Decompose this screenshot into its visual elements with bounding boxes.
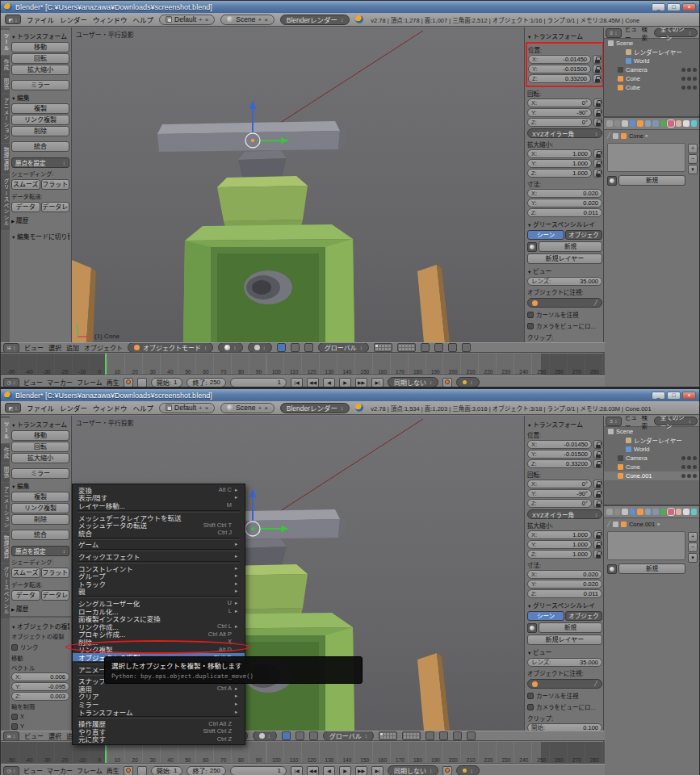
outliner-search-menu[interactable]: 検索 [642,416,651,430]
join-button[interactable]: 統合 [11,141,69,152]
rotation-field[interactable]: X:0° [527,98,592,107]
current-frame-field[interactable]: 1 [230,766,287,775]
block-object[interactable] [238,538,287,568]
manipulator-translate-button[interactable] [282,731,291,740]
tab-grease-pencil[interactable]: グリースペンシル [1,175,10,230]
set-origin-select[interactable]: 原点を設定↕ [11,157,69,168]
orientation-select[interactable]: グローバル↕ [323,731,374,741]
tool-button[interactable]: 拡大縮小 [11,453,69,463]
eye-icon[interactable] [681,456,685,460]
jump-to-start-button[interactable]: |◀ [291,378,303,388]
jump-to-start-button[interactable]: |◀ [291,766,303,775]
auto-keyframe-button[interactable] [124,378,133,388]
base-object[interactable] [183,224,354,342]
render-tab-icon[interactable] [606,509,613,515]
tab-create[interactable]: 作成 [1,444,10,463]
gp-new-layer-button[interactable]: 新規レイヤー [527,635,602,645]
editor-type-button[interactable]: ≡↕ [606,417,622,426]
scale-field[interactable]: Y:1.000 [527,159,592,168]
lock-camera-row[interactable]: カメラをビューにロ... [527,702,602,711]
panel-transform-np[interactable]: トランスフォーム [527,31,602,40]
select-icon[interactable] [687,465,691,469]
panel-edit[interactable]: 編集 [11,93,69,102]
render-engine-select[interactable]: Blenderレンダー↕ [280,15,350,25]
outliner-item-cone[interactable]: Cone [604,74,699,83]
play-reverse-button[interactable]: ◀ [323,378,335,388]
menu-window[interactable]: ウィンドウ [93,403,128,413]
lock-cursor-row[interactable]: カーソルを注視 [527,691,602,700]
eye-icon[interactable] [681,474,685,478]
dimension-field[interactable]: Y:0.020 [527,199,602,207]
material-browse-icon[interactable] [607,176,617,186]
editor-type-button[interactable]: ◷↕ [3,766,19,775]
timeline-marker-menu[interactable]: マーカー [47,378,73,387]
tab-relations[interactable]: 関係 [1,463,10,482]
render-opengl-button[interactable] [448,343,457,352]
lock-icon[interactable] [593,74,601,83]
panel-transform[interactable]: トランスフォーム [11,420,69,429]
previous-keyframe-button[interactable]: ◀◀ [307,378,319,388]
lock-camera-row[interactable]: カメラをビューにロ... [527,321,602,330]
rotation-field[interactable]: Z:0° [527,118,592,127]
data-tab-icon[interactable] [660,509,667,515]
snap-magnet-button[interactable] [425,731,434,740]
tab-grease-pencil[interactable]: グリースペンシル [1,563,10,618]
tool-button[interactable]: 拡大縮小 [11,65,69,75]
clip-field[interactable]: 開始:0.100 [527,723,602,731]
render-icon[interactable] [693,77,697,81]
tab-physics[interactable]: 物理演算 [1,144,10,174]
rotation-field[interactable]: Y:-90° [527,108,592,117]
snap-element-button[interactable] [434,343,443,352]
dimension-field[interactable]: Y:0.020 [527,580,602,589]
orientation-select[interactable]: グローバル↕ [318,342,369,353]
mirror-button[interactable]: ミラー [11,80,69,90]
panel-view[interactable]: ビュー [527,266,602,275]
join-button[interactable]: 統合 [11,530,69,540]
add-slot-button[interactable]: + [688,532,698,542]
world-tab-icon[interactable] [630,509,636,515]
frame-start-field[interactable]: 開始:1 [151,766,183,775]
lock-icon[interactable] [593,530,602,539]
manipulator-scale-button[interactable] [304,343,313,352]
physics-tab-icon[interactable] [691,509,698,515]
eye-icon[interactable] [681,86,685,90]
panel-transform[interactable]: トランスフォーム [11,31,69,40]
context-menu-item[interactable]: ゲーム ▸ [73,541,245,549]
outliner-item-world[interactable]: World [604,445,699,454]
viewport-shading-select[interactable]: ↕ [218,342,242,353]
panel-transform-np[interactable]: トランスフォーム [527,420,602,429]
outliner-item-world[interactable]: World [604,57,699,65]
play-button[interactable]: ▶ [339,378,351,388]
tool-button[interactable]: リンク複製 [11,503,69,513]
lock-icon[interactable] [593,450,602,459]
rotation-field[interactable]: X:0° [527,480,592,488]
select-icon[interactable] [687,77,691,81]
flat-button[interactable]: フラット [41,568,70,578]
location-field[interactable]: Y:-0.01500 [527,450,592,459]
outliner-item-cone[interactable]: Cone [604,463,699,471]
tool-button[interactable]: 移動 [11,42,69,52]
add-menu[interactable]: 追加 [66,343,79,352]
lock-cursor-row[interactable]: カーソルを注視 [527,310,602,319]
lock-icon[interactable] [593,98,602,107]
outliner-item-cube[interactable]: Cube [604,83,699,92]
constraints-tab-icon[interactable] [645,120,652,127]
panel-history[interactable]: 履歴 [11,216,69,224]
rotation-mode-select[interactable]: XYZオイラー角↕ [527,509,602,519]
panel-grease-pencil[interactable]: グリースペンシルレイ [527,601,602,610]
material-slot-list[interactable] [607,143,685,172]
new-material-button[interactable]: 新規 [618,175,685,186]
sync-select[interactable]: 同期しない↕ [388,765,438,775]
frame-end-field[interactable]: 終了:250 [187,378,226,388]
texture-tab-icon[interactable] [676,120,682,127]
scale-field[interactable]: X:1.000 [527,530,592,539]
outliner-display-select[interactable]: 全てのシーン↕ [654,28,698,37]
tool-button[interactable]: 回転 [11,53,69,64]
panel-edit[interactable]: 編集 [11,481,69,490]
tool-button[interactable]: 削除 [11,514,69,525]
eyedropper-icon[interactable]: ╱ [594,681,597,687]
location-field[interactable]: Z:0.33200 [528,74,591,83]
context-menu-item[interactable]: トランスフォーム ▸ [73,708,245,716]
gp-new-layer-button[interactable]: 新規レイヤー [527,253,602,264]
remove-slot-button[interactable]: − [688,154,698,164]
